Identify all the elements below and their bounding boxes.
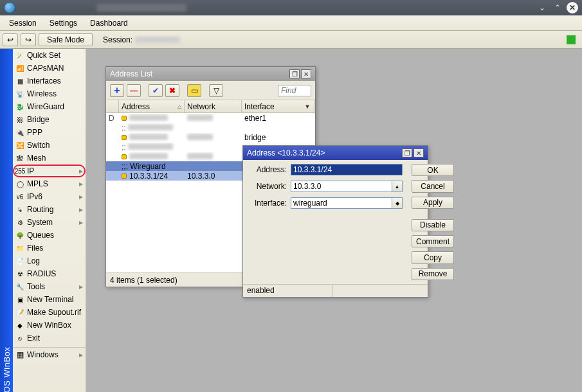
sidebar-item-new-terminal[interactable]: ▣New Terminal	[13, 293, 86, 306]
sidebar-item-interfaces[interactable]: ▦Interfaces	[13, 75, 86, 87]
table-row[interactable]: bridge	[106, 132, 315, 142]
sidebar-item-new-winbox[interactable]: ◆New WinBox	[13, 319, 86, 332]
sidebar-item-make-supout-rif[interactable]: 📝Make Supout.rif	[13, 306, 86, 319]
window-max-icon[interactable]: ⌃	[551, 1, 564, 14]
safe-mode-button[interactable]: Safe Mode	[39, 33, 93, 46]
ok-button[interactable]: OK	[412, 164, 454, 176]
add-button[interactable]: +	[110, 84, 124, 97]
comment-button[interactable]: Comment	[412, 235, 454, 247]
session-value-redacted	[135, 37, 180, 43]
table-row[interactable]: Dether1	[106, 113, 315, 123]
interface-input[interactable]	[291, 197, 392, 209]
undo-button[interactable]: ↩	[3, 33, 18, 46]
address-list-restore-icon[interactable]: ❐	[289, 69, 300, 78]
sidebar-item-label: Switch	[27, 141, 50, 150]
menu-session[interactable]: Session	[9, 19, 37, 28]
sidebar-icon: 🔌	[15, 128, 24, 137]
sidebar-item-wireless[interactable]: 📡Wireless	[13, 87, 86, 100]
col-interface[interactable]: Interface▼	[242, 100, 315, 112]
sidebar-item-mesh[interactable]: 🕸Mesh	[13, 152, 86, 165]
menu-dashboard[interactable]: Dashboard	[90, 19, 128, 28]
sidebar-item-label: Bridge	[27, 115, 50, 124]
sidebar-item-label: Files	[27, 244, 43, 253]
sidebar-icon: ⛓	[15, 115, 24, 124]
sidebar-item-label: Routing	[27, 205, 53, 214]
redo-button[interactable]: ↪	[21, 33, 36, 46]
disable-button[interactable]: ✖	[165, 84, 179, 97]
col-address[interactable]: Address△	[119, 100, 185, 112]
network-expand-icon[interactable]: ▲	[392, 181, 403, 192]
remove-button[interactable]: —	[127, 84, 141, 97]
address-list-titlebar[interactable]: Address List ❐ ✕	[106, 67, 315, 81]
sidebar-item-label: Wireless	[27, 89, 57, 98]
filter-button[interactable]: ▽	[209, 84, 223, 97]
dialog-button-column: OK Cancel Apply Disable Comment Copy Rem…	[408, 160, 458, 284]
window-min-icon[interactable]: ⌄	[536, 1, 549, 14]
sidebar-item-label: CAPsMAN	[27, 64, 64, 73]
disable-button[interactable]: Disable	[412, 219, 454, 231]
comment-button[interactable]: ▭	[187, 84, 201, 97]
sidebar-item-ipv6[interactable]: v6IPv6▸	[13, 190, 86, 203]
col-flag[interactable]	[106, 100, 119, 112]
address-input[interactable]	[291, 164, 403, 175]
sidebar-item-ppp[interactable]: 🔌PPP	[13, 126, 86, 139]
sidebar-item-label: Log	[27, 256, 40, 265]
ip-icon	[122, 174, 127, 179]
sidebar-item-bridge[interactable]: ⛓Bridge	[13, 113, 86, 126]
sidebar-icon: ▦	[15, 76, 24, 85]
sidebar-item-tools[interactable]: 🔧Tools▸	[13, 280, 86, 293]
sidebar-item-switch[interactable]: 🔀Switch	[13, 139, 86, 152]
submenu-arrow-icon: ▸	[79, 350, 83, 359]
sidebar-item-routing[interactable]: ↳Routing▸	[13, 203, 86, 216]
sidebar-item-queues[interactable]: 🌳Queues	[13, 229, 86, 242]
app-name-vertical: RouterOS WinBox	[2, 347, 12, 392]
title-redacted	[96, 4, 186, 12]
sidebar-icon: 255	[15, 166, 24, 175]
table-comment-row[interactable]: ;;	[106, 123, 315, 132]
sidebar-icon: ◯	[15, 179, 24, 188]
sidebar-item-log[interactable]: 📄Log	[13, 254, 86, 267]
sidebar-item-label: New Terminal	[27, 295, 73, 304]
remove-button[interactable]: Remove	[412, 268, 454, 280]
sidebar-item-ip[interactable]: 255IP▸	[13, 165, 86, 177]
menu-settings[interactable]: Settings	[50, 19, 77, 28]
address-field-label: Address:	[248, 165, 287, 174]
network-field-label: Network:	[248, 182, 287, 191]
col-network[interactable]: Network	[185, 100, 242, 112]
address-dialog-titlebar[interactable]: Address <10.3.3.1/24> ❐ ✕	[243, 146, 428, 160]
sidebar-item-mpls[interactable]: ◯MPLS▸	[13, 177, 86, 190]
address-dialog-restore-icon[interactable]: ❐	[402, 148, 412, 157]
sidebar-item-exit[interactable]: ⎋Exit	[13, 332, 86, 344]
sidebar-item-system[interactable]: ⚙System▸	[13, 216, 86, 229]
address-dialog-close-icon[interactable]: ✕	[414, 148, 424, 157]
sidebar-item-radius[interactable]: ☢RADIUS	[13, 267, 86, 280]
enable-button[interactable]: ✔	[149, 84, 163, 97]
interface-field-label: Interface:	[248, 199, 287, 208]
find-input[interactable]	[278, 85, 311, 96]
sidebar-icon: 🕸	[15, 154, 24, 163]
sidebar-item-capsman[interactable]: 📶CAPsMAN	[13, 62, 86, 75]
cancel-button[interactable]: Cancel	[412, 180, 454, 192]
sidebar-icon: ◆	[15, 321, 24, 330]
sidebar-icon: 🔧	[15, 282, 24, 291]
toolbar: ↩ ↪ Safe Mode Session:	[0, 31, 582, 49]
sidebar-item-files[interactable]: 📁Files	[13, 242, 86, 254]
sidebar-item-wireguard[interactable]: 🐉WireGuard	[13, 100, 86, 113]
address-list-close-icon[interactable]: ✕	[301, 69, 311, 78]
apply-button[interactable]: Apply	[412, 197, 454, 209]
sidebar-item-label: WireGuard	[27, 102, 64, 111]
sidebar-item-windows[interactable]: ▦Windows▸	[13, 348, 86, 361]
sidebar-item-label: Mesh	[27, 154, 46, 163]
left-title-strip: RouterOS WinBox	[0, 49, 13, 392]
window-close-icon[interactable]: ✕	[567, 2, 578, 13]
sidebar-icon: 📡	[15, 89, 24, 98]
sidebar-icon: 📝	[15, 308, 24, 317]
interface-expand-icon[interactable]: ◆	[392, 197, 403, 209]
copy-button[interactable]: Copy	[412, 251, 454, 263]
submenu-arrow-icon: ▸	[79, 166, 83, 175]
sidebar-item-quick-set[interactable]: 🪄Quick Set	[13, 49, 86, 62]
sidebar-icon: ☢	[15, 269, 24, 278]
dialog-status-enabled: enabled	[243, 285, 333, 297]
network-input[interactable]	[291, 181, 392, 192]
sidebar-item-label: Make Supout.rif	[27, 308, 81, 317]
